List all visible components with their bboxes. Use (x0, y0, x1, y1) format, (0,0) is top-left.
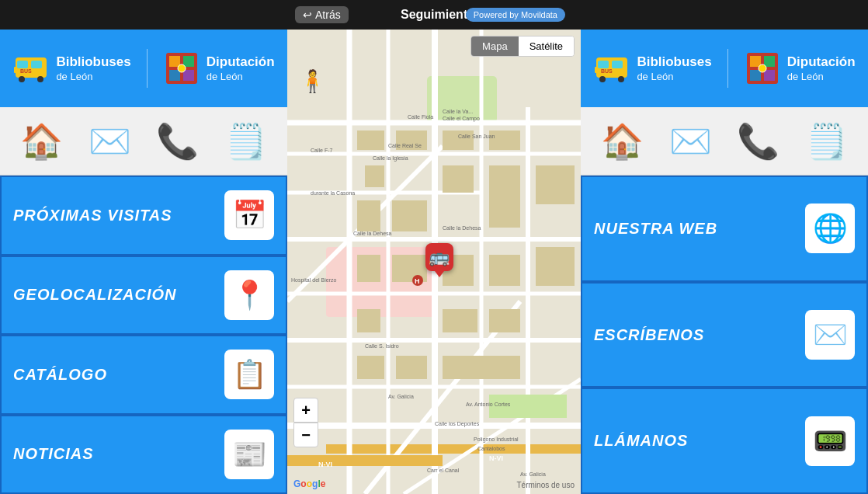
geolocalizacion-label: GEOLOCALIZACIÓN (13, 286, 177, 304)
escribenos-label: ESCRÍBENOS (594, 326, 704, 344)
phone-icon-right: 📞 (737, 121, 779, 162)
geolocalizacion-icon: 📍 (224, 270, 274, 320)
svg-rect-40 (443, 165, 474, 193)
svg-rect-9 (183, 56, 194, 67)
svg-text:Poligono Industrial: Poligono Industrial (474, 437, 519, 443)
main-layout: BUS Bibliobuses de León (0, 30, 868, 494)
right-logo-divider (727, 49, 728, 88)
svg-text:Calle la Dehesa: Calle la Dehesa (443, 225, 481, 231)
svg-rect-46 (489, 255, 520, 286)
svg-text:Calle la Dehesa: Calle la Dehesa (353, 231, 392, 236)
svg-text:Av. Galicia: Av. Galicia (388, 394, 414, 399)
left-logo-text-bibliobuses: Bibliobuses de León (56, 54, 130, 84)
left-logo-text-diputacion: Diputación de León (207, 54, 275, 84)
svg-rect-50 (489, 309, 520, 332)
svg-rect-43 (357, 255, 380, 282)
right-menu-buttons: NUESTRA WEB 🌐 ESCRÍBENOS ✉️ LLÁMANOS 📟 (581, 176, 868, 494)
noticias-label: NOTICIAS (13, 445, 94, 463)
svg-rect-53 (443, 356, 520, 379)
left-icon-phone[interactable]: 📞 (148, 114, 207, 169)
map-tab-satellite[interactable]: Satélite (519, 37, 574, 56)
home-icon-right: 🏠 (601, 121, 644, 162)
nuestra-web-button[interactable]: NUESTRA WEB 🌐 (581, 176, 868, 282)
list-icon-left: 🗒️ (224, 121, 267, 162)
nuestra-web-label: NUESTRA WEB (594, 220, 717, 238)
svg-text:Calle la Va...: Calle la Va... (443, 109, 473, 114)
right-logo-text-bibliobuses: Bibliobuses de León (637, 54, 711, 84)
back-button[interactable]: ↩ Atrás (295, 6, 349, 23)
svg-rect-10 (169, 70, 180, 81)
bus-marker: 🚌 (425, 243, 453, 271)
left-icon-bar: 🏠 ✉️ 📞 🗒️ (0, 107, 287, 176)
svg-rect-11 (183, 70, 194, 81)
svg-rect-42 (536, 165, 575, 204)
map-zoom-controls: + − (293, 398, 318, 447)
svg-rect-81 (612, 61, 623, 68)
svg-text:Calle el Campo: Calle el Campo (443, 116, 480, 122)
newspaper-icon: 📰 (232, 438, 267, 471)
right-icon-phone[interactable]: 📞 (729, 114, 787, 169)
left-header: BUS Bibliobuses de León (0, 30, 287, 107)
svg-text:Calle San Juan: Calle San Juan (458, 134, 495, 139)
catalogo-button[interactable]: CATÁLOGO 📋 (0, 335, 287, 415)
svg-rect-38 (357, 200, 380, 231)
svg-point-3 (19, 76, 25, 82)
proximas-visitas-button[interactable]: PRÓXIMAS VISITAS 📅 (0, 176, 287, 256)
google-logo: Google (293, 478, 325, 489)
bibliobuses-icon-left: BUS (12, 50, 50, 87)
svg-rect-33 (357, 130, 384, 150)
left-icon-home[interactable]: 🏠 (12, 114, 71, 169)
right-icon-mail[interactable]: ✉️ (661, 114, 720, 169)
svg-text:Carr el Canal: Carr el Canal (427, 468, 460, 473)
svg-rect-88 (764, 56, 775, 67)
calendar-icon: 📅 (232, 199, 267, 231)
map-view-toggle: Mapa Satélite (470, 36, 575, 57)
escribenos-button[interactable]: ESCRÍBENOS ✉️ (581, 282, 868, 388)
top-bar: ↩ Atrás Seguimiento Powered by Movildata (0, 0, 868, 30)
left-logo-bibliobuses: BUS Bibliobuses de León (12, 50, 130, 87)
svg-rect-80 (598, 61, 609, 68)
book-icon: 📋 (232, 358, 267, 391)
svg-text:Calle la Iglesia: Calle la Iglesia (373, 155, 408, 162)
noticias-button[interactable]: NOTICIAS 📰 (0, 415, 287, 495)
llamanos-button[interactable]: LLÁMANOS 📟 (581, 388, 868, 494)
svg-text:Av. Antonio Cortes: Av. Antonio Cortes (466, 402, 511, 407)
zoom-out-button[interactable]: − (293, 423, 318, 447)
map-pin-icon: 📍 (232, 279, 267, 311)
right-logo-diputacion: Diputación de León (744, 50, 856, 87)
svg-rect-51 (357, 356, 384, 379)
svg-rect-1 (17, 61, 28, 68)
left-icon-mail[interactable]: ✉️ (81, 114, 139, 169)
list-icon-right: 🗒️ (805, 121, 848, 162)
zoom-in-button[interactable]: + (293, 398, 318, 423)
center-map-panel: N-VI N-VI Calle el Campo Calle la Va... … (287, 30, 581, 494)
right-logo-bibliobuses: BUS Bibliobuses de León (593, 50, 711, 87)
svg-text:BUS: BUS (20, 68, 32, 74)
right-header: BUS Bibliobuses de León Diput (581, 30, 868, 107)
left-menu-buttons: PRÓXIMAS VISITAS 📅 GEOLOCALIZACIÓN 📍 CAT… (0, 176, 287, 494)
svg-point-82 (599, 76, 606, 82)
svg-point-12 (178, 64, 186, 72)
svg-rect-49 (443, 309, 477, 332)
svg-text:durante la Casona: durante la Casona (311, 190, 355, 196)
left-logo-diputacion: Diputación de León (163, 50, 275, 87)
svg-text:Calle los Deportes: Calle los Deportes (435, 421, 480, 427)
diputacion-icon-left (163, 50, 200, 87)
map-tab-mapa[interactable]: Mapa (471, 37, 519, 56)
bibliobuses-icon-right: BUS (593, 50, 630, 87)
right-logo-text-diputacion: Diputación de León (787, 54, 856, 84)
map-container[interactable]: N-VI N-VI Calle el Campo Calle la Va... … (287, 30, 581, 494)
left-logo-divider (147, 49, 148, 88)
llamanos-icon: 📟 (805, 416, 855, 466)
geolocalizacion-button[interactable]: GEOLOCALIZACIÓN 📍 (0, 256, 287, 336)
map-person-icon: 🧍 (299, 68, 326, 94)
proximas-visitas-label: PRÓXIMAS VISITAS (13, 207, 172, 224)
noticias-icon: 📰 (224, 430, 274, 479)
map-terms: Términos de uso (517, 481, 575, 489)
back-arrow-icon: ↩ (303, 9, 312, 21)
right-icon-home[interactable]: 🏠 (593, 114, 651, 169)
left-icon-list[interactable]: 🗒️ (217, 114, 275, 169)
svg-point-91 (759, 64, 766, 72)
right-icon-list[interactable]: 🗒️ (797, 114, 856, 169)
svg-text:Hospital del Bierzo: Hospital del Bierzo (291, 277, 336, 284)
